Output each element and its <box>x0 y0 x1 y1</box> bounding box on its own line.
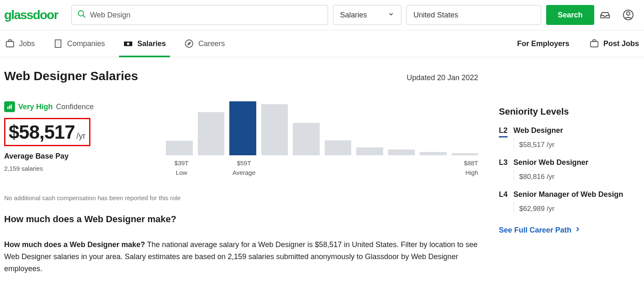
nav-item-careers[interactable]: Careers <box>184 30 225 57</box>
main-content: Web Designer Salaries Updated 20 Jan 202… <box>0 57 644 283</box>
confidence-indicator: Very High Confidence <box>4 101 145 112</box>
chevron-down-icon <box>388 11 394 20</box>
chart-axis: $39T Low $59T Average $88T High <box>166 159 478 178</box>
left-column: Web Designer Salaries Updated 20 Jan 202… <box>4 69 478 274</box>
salary-row: Very High Confidence $58,517 /yr Average… <box>4 101 478 178</box>
title-row: Web Designer Salaries Updated 20 Jan 202… <box>4 69 478 83</box>
search-field-wrap <box>71 5 328 25</box>
profile-icon[interactable] <box>622 9 634 21</box>
chart-bar <box>293 123 320 155</box>
salary-amount: $58,517 <box>9 121 75 143</box>
level-name: Senior Web Designer <box>513 158 588 167</box>
level-code: L3 <box>499 158 508 167</box>
svg-rect-5 <box>55 40 61 47</box>
header-icons <box>599 9 634 21</box>
compensation-note: No additional cash compensation has been… <box>4 194 478 201</box>
career-link-label: See Full Career Path <box>499 226 571 235</box>
dropdown-label: Salaries <box>340 11 367 20</box>
nav-item-companies[interactable]: Companies <box>53 30 105 57</box>
nav-label: Companies <box>67 39 105 48</box>
sidebar-title: Seniority Levels <box>499 106 640 117</box>
svg-rect-22 <box>11 105 12 109</box>
nav-right: For Employers Post Jobs <box>517 39 639 49</box>
axis-avg: $59T Average <box>232 159 255 176</box>
svg-point-16 <box>127 43 129 45</box>
nav-label: For Employers <box>517 39 569 48</box>
logo[interactable]: glassdoor <box>4 8 58 22</box>
svg-point-0 <box>78 11 84 16</box>
level-salary: $58,517 /yr <box>514 139 640 149</box>
chart-bar <box>166 141 193 155</box>
level-code: L2 <box>499 126 508 135</box>
level-code: L4 <box>499 190 508 199</box>
seniority-level-item[interactable]: L3Senior Web Designer$80,816 /yr <box>499 158 640 181</box>
svg-marker-18 <box>188 42 190 45</box>
nav-label: Salaries <box>137 39 166 48</box>
svg-rect-19 <box>591 42 598 47</box>
chevron-right-icon <box>574 225 581 235</box>
salary-count: 2,159 salaries <box>4 165 145 172</box>
nav-left: Jobs Companies Salaries Careers <box>5 30 225 57</box>
nav-item-jobs[interactable]: Jobs <box>5 30 35 57</box>
top-header: glassdoor Salaries Search <box>0 0 644 30</box>
briefcase-icon <box>5 39 15 49</box>
location-input[interactable] <box>406 5 541 25</box>
avg-base-pay-label: Average Base Pay <box>4 152 145 161</box>
money-icon <box>123 39 133 49</box>
level-name: Senior Manager of Web Design <box>513 190 623 199</box>
level-salary: $80,816 /yr <box>514 171 640 181</box>
nav-post-jobs[interactable]: Post Jobs <box>589 39 639 49</box>
nav-label: Post Jobs <box>603 39 639 48</box>
nav-item-salaries[interactable]: Salaries <box>123 30 166 57</box>
nav-label: Jobs <box>19 39 35 48</box>
chart-bar <box>388 149 415 155</box>
salary-per: /yr <box>76 131 85 141</box>
salary-highlight: $58,517 /yr <box>4 118 90 146</box>
svg-line-1 <box>83 15 85 18</box>
chart-bar <box>356 147 383 156</box>
nav-label: Careers <box>198 39 225 48</box>
svg-rect-21 <box>9 105 10 109</box>
sidebar: Seniority Levels L2Web Designer$58,517 /… <box>499 69 640 274</box>
chart-bar <box>452 153 479 155</box>
body-text: How much does a Web Designer make? The n… <box>4 239 478 274</box>
chart-bar <box>420 152 447 155</box>
chart-bar <box>198 112 225 155</box>
inbox-icon[interactable] <box>599 9 611 21</box>
search-button[interactable]: Search <box>546 5 594 25</box>
briefcase-icon <box>589 39 599 49</box>
chart-bar-icon <box>4 101 15 112</box>
chart-bar <box>261 104 288 156</box>
career-path-link[interactable]: See Full Career Path <box>499 225 581 235</box>
seniority-level-item[interactable]: L2Web Designer$58,517 /yr <box>499 126 640 149</box>
category-dropdown[interactable]: Salaries <box>333 5 401 25</box>
svg-rect-4 <box>6 42 14 47</box>
level-name: Web Designer <box>513 126 563 135</box>
search-input[interactable] <box>71 5 328 25</box>
body-lead: How much does a Web Designer make? <box>4 240 145 249</box>
axis-low: $39T Low <box>175 159 189 176</box>
svg-point-3 <box>627 12 630 15</box>
compass-icon <box>184 39 194 49</box>
confidence-word: Confidence <box>56 103 94 111</box>
page-title: Web Designer Salaries <box>4 69 138 83</box>
question-heading: How much does a Web Designer make? <box>4 214 478 225</box>
level-salary: $62,989 /yr <box>514 203 640 213</box>
updated-date: Updated 20 Jan 2022 <box>407 74 478 82</box>
nav-employers[interactable]: For Employers <box>517 39 569 49</box>
search-icon <box>77 10 86 20</box>
axis-high: $88T High <box>464 159 478 176</box>
svg-rect-20 <box>7 107 9 109</box>
seniority-level-item[interactable]: L4Senior Manager of Web Design$62,989 /y… <box>499 190 640 213</box>
confidence-level: Very High <box>18 103 53 111</box>
salary-summary: Very High Confidence $58,517 /yr Average… <box>4 101 145 172</box>
chart-bar <box>229 101 256 155</box>
chart-bar <box>325 140 352 155</box>
salary-distribution-chart: $39T Low $59T Average $88T High <box>166 101 478 178</box>
building-icon <box>53 39 63 49</box>
nav-bar: Jobs Companies Salaries Careers For Empl… <box>0 30 644 57</box>
